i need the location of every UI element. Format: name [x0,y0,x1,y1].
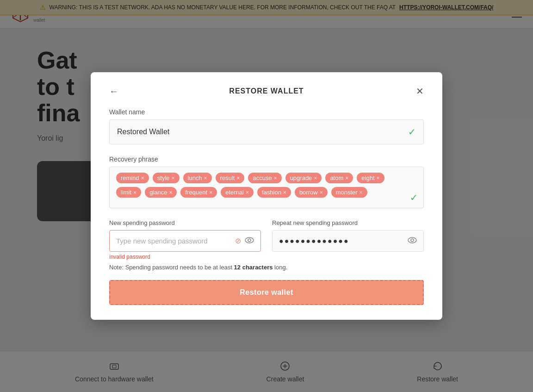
tag-accuse-remove[interactable]: × [274,175,277,181]
repeat-password-label: Repeat new spending password [272,219,424,226]
tag-style[interactable]: style × [153,173,180,183]
tag-frequent-remove[interactable]: × [209,189,212,196]
tag-frequent[interactable]: frequent × [180,187,217,198]
tag-lunch[interactable]: lunch × [183,173,212,183]
tag-fashion[interactable]: fashion × [257,187,291,198]
tag-upgrade[interactable]: upgrade × [285,173,322,183]
back-button[interactable]: ← [109,86,118,97]
tag-atom-remove[interactable]: × [345,175,348,181]
tags-row-2: limit × glance × frequent × eternal × fa… [116,187,417,198]
new-password-eye-icon[interactable] [245,236,254,246]
recovery-phrase-tags[interactable]: remind × style × lunch × result × accuse… [109,167,424,208]
tag-lunch-remove[interactable]: × [204,175,207,181]
tag-style-remove[interactable]: × [172,175,175,181]
modal-title: RESTORE WALLET [229,87,304,95]
tag-remind[interactable]: remind × [116,173,149,183]
svg-point-4 [248,239,251,242]
restore-wallet-modal: ← RESTORE WALLET ✕ Wallet name Restored … [91,72,442,320]
tag-eight-remove[interactable]: × [377,175,380,181]
tag-monster[interactable]: monster × [331,187,367,198]
wallet-name-check-icon: ✓ [408,126,416,137]
password-row: New spending password Type new spending … [109,219,424,260]
tag-remind-remove[interactable]: × [141,175,144,181]
new-password-label: New spending password [109,219,261,226]
modal-header: ← RESTORE WALLET ✕ [109,87,424,95]
wallet-name-value: Restored Wallet [117,128,169,136]
svg-point-6 [411,239,414,242]
tag-accuse[interactable]: accuse × [248,173,281,183]
tag-result-remove[interactable]: × [236,175,240,181]
repeat-password-eye-icon[interactable] [408,236,417,246]
repeat-password-input-wrap[interactable]: ●●●●●●●●●●●●● [272,230,424,252]
close-button[interactable]: ✕ [416,86,424,97]
modal-overlay: ← RESTORE WALLET ✕ Wallet name Restored … [0,0,533,392]
tag-glance[interactable]: glance × [145,187,177,198]
invalid-password-text: invalid password [109,254,261,260]
note-text: Note: Spending password needs to be at l… [109,264,232,271]
tag-glance-remove[interactable]: × [169,189,172,196]
new-password-input-wrap[interactable]: Type new spending password ⊘ [109,230,261,252]
tag-borrow-remove[interactable]: × [320,189,323,196]
tag-atom[interactable]: atom × [325,173,353,183]
wallet-name-label: Wallet name [109,108,424,116]
recovery-phrase-check-icon: ✓ [410,192,418,203]
error-icon: ⊘ [235,236,241,245]
repeat-password-field: Repeat new spending password ●●●●●●●●●●●… [272,219,424,260]
recovery-phrase-section: Recovery phrase remind × style × lunch ×… [109,156,424,208]
tags-row-1: remind × style × lunch × result × accuse… [116,173,417,183]
recovery-phrase-label: Recovery phrase [109,156,424,163]
repeat-password-dots: ●●●●●●●●●●●●● [279,237,408,245]
new-password-placeholder: Type new spending password [116,237,235,245]
tag-eight[interactable]: eight × [357,173,384,183]
tag-limit[interactable]: limit × [116,187,141,198]
tag-eternal-remove[interactable]: × [246,189,249,196]
note-suffix: long. [274,264,287,271]
tag-eternal[interactable]: eternal × [221,187,254,198]
tag-limit-remove[interactable]: × [133,189,136,196]
svg-point-5 [408,237,416,243]
wallet-name-field[interactable]: Restored Wallet ✓ [109,119,424,144]
restore-wallet-button[interactable]: Restore wallet [109,280,424,305]
tag-upgrade-remove[interactable]: × [314,175,317,181]
tag-borrow[interactable]: borrow × [295,187,328,198]
tag-fashion-remove[interactable]: × [283,189,286,196]
tag-result[interactable]: result × [216,173,245,183]
svg-point-3 [245,237,254,243]
note-chars: 12 characters [234,264,273,271]
new-password-field: New spending password Type new spending … [109,219,261,260]
password-note: Note: Spending password needs to be at l… [109,264,424,271]
tag-monster-remove[interactable]: × [359,189,363,196]
